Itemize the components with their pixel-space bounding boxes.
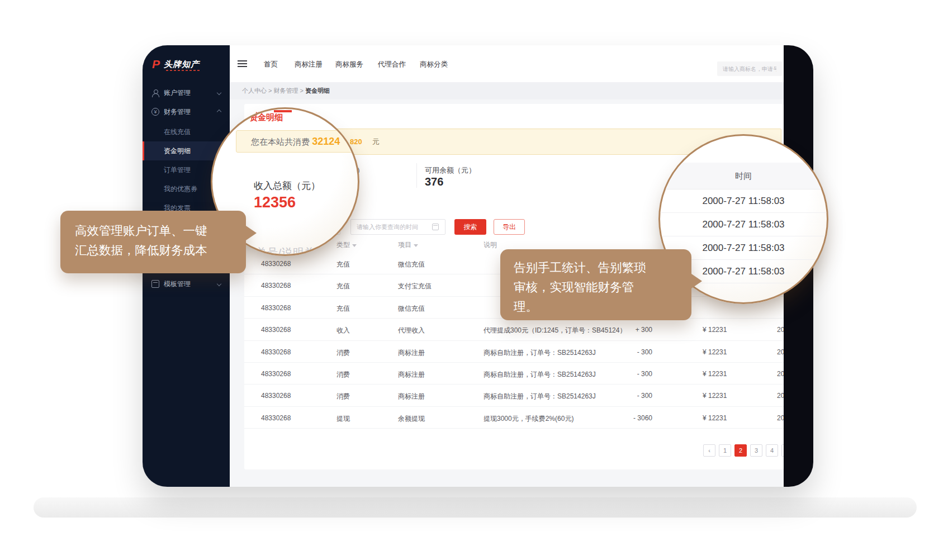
cell-order: 48330268 xyxy=(261,282,291,290)
left-callout-line2: 汇总数据，降低财务成本 xyxy=(75,241,231,260)
cell-order: 48330268 xyxy=(261,348,291,356)
header-type[interactable]: 类型 xyxy=(336,240,357,250)
cell-type: 充值 xyxy=(336,282,350,291)
callout-pointer xyxy=(246,226,257,240)
cell-project: 代理收入 xyxy=(398,326,425,335)
cell-amount: - 300 xyxy=(613,370,652,378)
banner-unit: 元 xyxy=(372,129,380,154)
magnified-time-header: 时间 xyxy=(660,163,827,189)
cell-balance: ¥ 12231 xyxy=(703,370,727,378)
magnified-banner-prefix: 您在本站共消费 xyxy=(251,137,312,146)
template-icon xyxy=(151,280,159,288)
cell-time: 2000-7-27 11:58:03 xyxy=(777,348,784,356)
magnified-tab-label: 资金明细 xyxy=(249,112,283,123)
search-input[interactable] xyxy=(717,61,782,76)
cell-balance: ¥ 12231 xyxy=(703,348,727,356)
breadcrumb-separator: > xyxy=(268,87,273,94)
nav-item-home[interactable]: 首页 xyxy=(264,60,278,69)
cell-time: 2000-7-27 11:58:03 xyxy=(777,414,784,422)
sidebar-item-label: 账户管理 xyxy=(164,88,191,98)
magnified-banner-amount: 32124 xyxy=(312,136,340,147)
nav-item-trademark-category[interactable]: 商标分类 xyxy=(420,60,448,69)
cell-order: 48330268 xyxy=(261,370,291,378)
date-input[interactable] xyxy=(350,219,445,235)
hamburger-icon[interactable] xyxy=(238,60,247,68)
cell-balance: ¥ 12231 xyxy=(703,414,727,422)
cell-desc: 商标自助注册，订单号：SB2514263J xyxy=(484,392,596,401)
cell-project: 微信充值 xyxy=(398,260,425,269)
cell-project: 余额提现 xyxy=(398,414,425,424)
pagination-page[interactable]: 3 xyxy=(750,444,762,457)
cell-amount: - 300 xyxy=(613,348,652,356)
sidebar-item-label: 模板管理 xyxy=(164,279,191,289)
pagination-page[interactable]: 1 xyxy=(719,444,731,457)
balance-value: 376 xyxy=(425,175,443,188)
breadcrumb-item[interactable]: 财务管理 xyxy=(274,87,298,94)
table-row[interactable]: 48330268 消费 商标注册 商标自助注册，订单号：SB2514263J -… xyxy=(244,341,784,363)
cell-project: 支付宝充值 xyxy=(398,282,432,291)
header-project-label: 项目 xyxy=(398,241,411,249)
magnified-time-row: 2000-7-27 11:58:03 xyxy=(660,213,827,236)
magnified-income-label: 收入总额（元） xyxy=(254,179,320,192)
cell-order: 48330268 xyxy=(261,392,291,400)
header-project[interactable]: 项目 xyxy=(398,240,418,250)
sort-caret-icon xyxy=(414,244,418,247)
breadcrumb-item-current: 资金明细 xyxy=(305,87,330,94)
cell-desc: 商标自助注册，订单号：SB2514263J xyxy=(484,348,596,358)
pagination-page[interactable]: 5 xyxy=(781,444,784,457)
pagination-prev[interactable]: ‹ xyxy=(703,444,715,457)
cell-type: 充值 xyxy=(336,260,350,269)
table-row[interactable]: 48330268 提现 余额提现 提现3000元，手续费2%(60元) - 30… xyxy=(244,407,784,429)
export-button[interactable]: 导出 xyxy=(494,219,525,235)
sort-caret-icon xyxy=(352,244,357,247)
cell-type: 充值 xyxy=(336,304,350,314)
left-callout-line1: 高效管理账户订单、一键 xyxy=(75,221,231,241)
sidebar-item-online-recharge[interactable]: 在线充值 xyxy=(143,122,230,141)
calendar-icon xyxy=(432,224,439,230)
pagination-page[interactable]: 4 xyxy=(766,444,778,457)
cell-balance: ¥ 12231 xyxy=(703,392,727,400)
pagination: ‹12345 xyxy=(244,444,784,457)
logo-icon: P xyxy=(152,58,160,71)
user-icon xyxy=(151,89,159,97)
sidebar-item-finance[interactable]: ¥ 财务管理 xyxy=(143,102,230,121)
magnified-time-row: 2000-7-27 11:58:03 xyxy=(660,189,827,213)
nav-item-trademark-service[interactable]: 商标服务 xyxy=(335,60,363,69)
nav-item-trademark-register[interactable]: 商标注册 xyxy=(295,60,323,69)
breadcrumb-item[interactable]: 个人中心 xyxy=(242,87,267,94)
cell-project: 商标注册 xyxy=(398,348,425,358)
yen-circle-icon: ¥ xyxy=(151,108,159,116)
cell-type: 消费 xyxy=(336,348,350,358)
pagination-page[interactable]: 2 xyxy=(734,444,747,457)
magnified-income-value: 12356 xyxy=(254,194,296,211)
cell-amount: + 300 xyxy=(613,326,652,334)
page: P 头牌知产 账户管理 ¥ 财务管理 在线充值 资金明细 订单管理 我的优惠券 xyxy=(0,0,948,560)
cell-amount: - 300 xyxy=(613,392,652,400)
left-callout: 高效管理账户订单、一键 汇总数据，降低财务成本 xyxy=(60,211,246,273)
cell-time: 2000-7-27 11:58:03 xyxy=(777,392,784,400)
stat-divider xyxy=(416,163,417,188)
cell-project: 商标注册 xyxy=(398,392,425,401)
header-type-label: 类型 xyxy=(336,241,350,249)
chevron-down-icon xyxy=(217,282,221,286)
nav-item-agency[interactable]: 代理合作 xyxy=(378,60,406,69)
cell-project: 微信充值 xyxy=(398,304,425,314)
cell-balance: ¥ 12231 xyxy=(703,326,727,334)
right-callout-line1: 告别手工统计、告别繁琐 xyxy=(514,258,678,278)
breadcrumb: 个人中心 > 财务管理 > 资金明细 xyxy=(230,82,784,99)
cell-desc: 商标自助注册，订单号：SB2514263J xyxy=(484,370,596,379)
sidebar-item-account[interactable]: 账户管理 xyxy=(143,83,230,102)
balance-label: 可用余额（元） xyxy=(425,165,476,175)
cell-type: 提现 xyxy=(336,414,350,424)
cell-type: 收入 xyxy=(336,326,350,335)
table-row[interactable]: 48330268 消费 商标注册 商标自助注册，订单号：SB2514263J -… xyxy=(244,385,784,406)
callout-pointer xyxy=(691,274,702,288)
sidebar-item-template[interactable]: 模板管理 xyxy=(143,274,230,293)
table-row[interactable]: 48330268 消费 商标注册 商标自助注册，订单号：SB2514263J -… xyxy=(244,363,784,385)
logo: P 头牌知产 xyxy=(152,58,200,71)
chevron-down-icon xyxy=(217,91,221,95)
search-button[interactable]: 搜索 xyxy=(454,219,486,235)
cell-project: 商标注册 xyxy=(398,370,425,379)
cell-type: 消费 xyxy=(336,370,350,379)
sidebar-item-label: 财务管理 xyxy=(164,107,191,117)
